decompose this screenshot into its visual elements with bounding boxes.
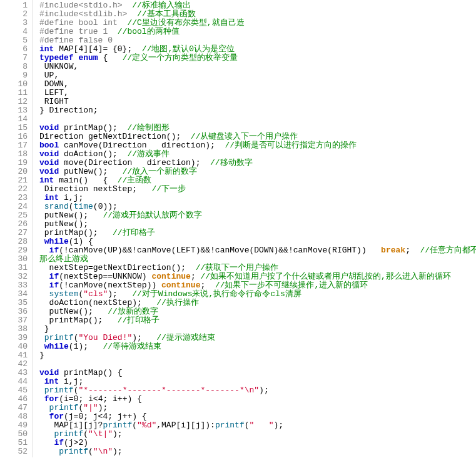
code-line[interactable]: Direction nextStep; //下一步 — [39, 185, 476, 194]
line-number: 18 — [3, 150, 28, 159]
token-id: (1); — [69, 342, 103, 351]
token-id: ); — [113, 447, 123, 456]
code-line[interactable]: if(!canMove(nextStep)) continue; //如果下一步… — [39, 281, 476, 290]
token-kw: void — [39, 123, 59, 132]
token-str: "|" — [83, 403, 98, 412]
code-line[interactable]: printf("You Died!"); //提示游戏结束 — [39, 334, 476, 342]
code-line[interactable]: putNew(); //放新的数字 — [39, 307, 476, 316]
line-number: 4 — [3, 27, 28, 36]
token-cmt: //如果不知道用户按了个什么键或者用户胡乱按的,那么进入新的循环 — [200, 272, 450, 281]
line-number: 12 — [3, 97, 28, 106]
code-line[interactable] — [39, 360, 476, 369]
code-line[interactable]: if(!canMove(UP)&&!canMove(LEFT)&&!canMov… — [39, 246, 476, 255]
code-line[interactable]: nextStep=getNextDirection(); //获取下一个用户操作 — [39, 264, 476, 272]
token-cmt: //地图,默认0认为是空位 — [142, 44, 235, 54]
code-line[interactable]: #define true 1 //bool的两种值 — [39, 27, 476, 36]
line-number: 49 — [3, 421, 28, 430]
code-line[interactable]: typedef enum { //定义一个方向类型的枚举变量 — [39, 54, 476, 62]
token-cmt: //如果下一步不可继续操作,进入新的循环 — [215, 281, 368, 290]
code-line[interactable]: #include<stdlib.h> //基本工具函数 — [39, 10, 476, 19]
token-str: "%d" — [137, 421, 156, 430]
code-line[interactable]: DOWN, — [39, 80, 476, 89]
token-id: RIGHT — [39, 97, 69, 106]
code-line[interactable]: void printMap(); //绘制图形 — [39, 124, 476, 132]
code-line[interactable]: putNew(); //游戏开始默认放两个数字 — [39, 211, 476, 220]
token-cmt: //游戏开始默认放两个数字 — [103, 211, 202, 220]
code-line[interactable]: #define false 0 — [39, 36, 476, 45]
code-line[interactable]: if(nextStep==UNKNOW) continue; //如果不知道用户… — [39, 272, 476, 281]
code-line[interactable]: printf("|"); — [39, 404, 476, 412]
code-line[interactable] — [39, 115, 476, 124]
token-kw: int — [44, 377, 59, 386]
token-func-call: printf — [49, 403, 79, 412]
token-id: putNew(); — [59, 167, 122, 176]
token-id — [39, 429, 54, 439]
code-line[interactable]: printMap(); //打印格子 — [39, 316, 476, 325]
code-line[interactable]: int MAP[4][4]= {0}; //地图,默认0认为是空位 — [39, 45, 476, 54]
code-line[interactable]: int main() { //主函数 — [39, 176, 476, 185]
token-id: (i=0; i<4; i++) { — [59, 394, 142, 404]
token-kw: void — [39, 167, 59, 176]
line-number: 26 — [3, 220, 28, 229]
token-id: UNKNOW, — [39, 62, 78, 71]
token-id — [39, 403, 49, 412]
code-area[interactable]: #include<stdio.h> //标准输入输出#include<stdli… — [33, 0, 476, 457]
line-number: 20 — [3, 167, 28, 176]
line-number: 21 — [3, 176, 28, 185]
token-id — [39, 289, 49, 299]
code-line[interactable]: } Direction; — [39, 106, 476, 115]
code-line[interactable]: void move(Direction direction); //移动数字 — [39, 159, 476, 167]
code-line[interactable]: while(1) { — [39, 237, 476, 246]
code-line[interactable]: srand(time(0)); — [39, 202, 476, 211]
code-line[interactable]: UP, — [39, 71, 476, 80]
token-func-call: srand — [44, 202, 69, 211]
code-line[interactable]: void putNew(); //放入一个新的数字 — [39, 167, 476, 176]
code-line[interactable]: void doAction(); //游戏事件 — [39, 150, 476, 159]
token-kw: while — [44, 237, 69, 246]
code-line[interactable]: printMap(); //打印格子 — [39, 229, 476, 237]
code-line[interactable]: } — [39, 351, 476, 360]
code-line[interactable]: system("cls"); //对于Windows来说,执行命令行命令cls清… — [39, 290, 476, 299]
code-editor: 1234567891011121314151617181920212223242… — [0, 0, 476, 457]
code-line[interactable]: int i,j; — [39, 194, 476, 202]
line-number: 29 — [3, 246, 28, 255]
code-line[interactable]: #define bool int //C里边没有布尔类型,就自己造 — [39, 19, 476, 27]
code-line[interactable]: MAP[i][j]?printf("%d",MAP[i][j]):printf(… — [39, 421, 476, 430]
token-pp: #define true 1 — [39, 27, 118, 36]
line-number: 45 — [3, 386, 28, 395]
token-cmt: //打印格子 — [113, 228, 155, 237]
token-id: ); — [274, 421, 284, 430]
code-line[interactable]: doAction(nextStep); //执行操作 — [39, 299, 476, 307]
code-line[interactable]: LEFT, — [39, 89, 476, 97]
code-line[interactable]: putNew(); — [39, 220, 476, 229]
code-line[interactable]: printf("\t|"); — [39, 430, 476, 439]
token-id: printMap(); — [59, 123, 127, 132]
code-line[interactable]: while(1); //等待游戏结束 — [39, 342, 476, 351]
token-id — [39, 272, 49, 281]
code-line[interactable]: if(j>2) — [39, 439, 476, 447]
code-line[interactable]: for(j=0; j<4; j++) { — [39, 412, 476, 421]
token-id: ( — [83, 429, 88, 439]
token-cmt: 那么终止游戏 — [39, 254, 88, 264]
code-line[interactable]: #include<stdio.h> //标准输入输出 — [39, 1, 476, 10]
token-id: printMap(); — [39, 316, 118, 325]
code-line[interactable]: int i,j; — [39, 377, 476, 386]
token-func-call: printf — [44, 386, 74, 395]
line-number: 24 — [3, 202, 28, 211]
line-number: 47 — [3, 404, 28, 412]
token-func-call: printf — [103, 421, 132, 430]
code-line[interactable]: for(i=0; i<4; i++) { — [39, 395, 476, 404]
code-line[interactable]: void printMap() { — [39, 369, 476, 377]
code-line[interactable]: UNKNOW, — [39, 62, 476, 71]
code-line[interactable]: bool canMove(Direction direction); //判断是… — [39, 141, 476, 150]
code-line[interactable]: } — [39, 325, 476, 334]
code-line[interactable]: printf("*-------*-------*-------*-------… — [39, 386, 476, 395]
token-id — [39, 386, 44, 395]
code-line[interactable]: printf("\n"); — [39, 447, 476, 456]
line-number: 17 — [3, 141, 28, 150]
token-cmt: //判断是否可以进行指定方向的操作 — [225, 141, 357, 150]
code-line[interactable]: RIGHT — [39, 97, 476, 106]
code-line[interactable]: Direction getNextDirection(); //从键盘读入下一个… — [39, 132, 476, 141]
code-line[interactable]: 那么终止游戏 — [39, 255, 476, 264]
token-str: "cls" — [83, 289, 108, 299]
